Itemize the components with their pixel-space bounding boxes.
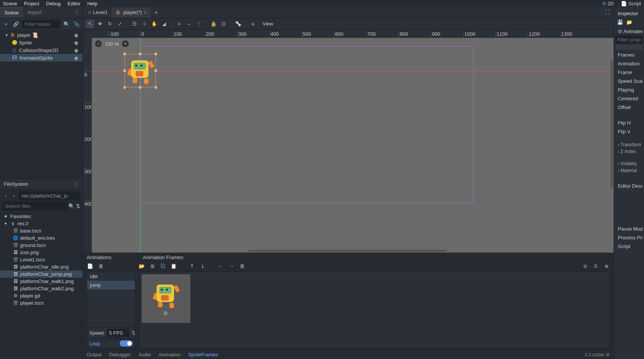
pan-tool-icon[interactable]: ✋ bbox=[150, 20, 158, 28]
speed-input[interactable] bbox=[107, 329, 129, 337]
process-priority[interactable]: Process Priority bbox=[616, 233, 642, 242]
handle-sw[interactable] bbox=[123, 86, 126, 89]
filesystem-menu[interactable]: ⋮ bbox=[74, 181, 79, 187]
group-visibility[interactable]: › Visibility bbox=[616, 160, 642, 167]
prop-playing[interactable]: Playing bbox=[616, 85, 642, 94]
speed-spinner-icon[interactable]: ⇅ bbox=[131, 330, 136, 336]
fs-forward-icon[interactable]: › bbox=[11, 193, 17, 199]
inspector-save-icon[interactable]: 💾 bbox=[617, 19, 623, 25]
move-tool-icon[interactable]: ✥ bbox=[96, 20, 104, 28]
visibility-icon[interactable]: ◉ bbox=[74, 32, 80, 38]
viewport[interactable]: -100010020030040050060070080090010001100… bbox=[83, 30, 614, 253]
handle-n[interactable] bbox=[139, 53, 142, 55]
search-icon[interactable]: 🔍 bbox=[63, 20, 70, 28]
handle-ne[interactable] bbox=[155, 53, 157, 55]
prop-frame[interactable]: Frame bbox=[616, 68, 642, 77]
fs-file-player-gd[interactable]: ⚙player.gd bbox=[0, 292, 82, 299]
vertical-scrollbar[interactable] bbox=[611, 60, 613, 188]
insert-after-icon[interactable]: ⤓ bbox=[199, 263, 206, 269]
add-tab-icon[interactable]: + bbox=[150, 9, 161, 16]
add-node-icon[interactable]: + bbox=[2, 20, 10, 28]
animation-idle[interactable]: idle bbox=[87, 272, 135, 281]
fs-search-icon[interactable]: 🔍 bbox=[68, 203, 74, 209]
expand-icon[interactable]: ⛶ bbox=[601, 9, 614, 15]
new-anim-icon[interactable]: 📄 bbox=[87, 263, 93, 269]
horizontal-scrollbar[interactable] bbox=[248, 250, 447, 252]
menu-project[interactable]: Project bbox=[24, 1, 39, 6]
anim-key-icon[interactable]: ◆ bbox=[249, 20, 257, 28]
visibility-icon[interactable]: ◉ bbox=[74, 55, 80, 61]
fs-file-icon-png[interactable]: 🖼icon.png bbox=[0, 249, 82, 256]
bottom-tab-debugger[interactable]: Debugger bbox=[109, 352, 131, 357]
tab-scene[interactable]: Scene bbox=[0, 7, 23, 18]
fs-file-platformchar_walk1-png[interactable]: 🖼platformChar_walk1.png bbox=[0, 278, 82, 285]
loop-toggle[interactable] bbox=[120, 340, 133, 346]
bone-icon[interactable]: 🦴 bbox=[234, 20, 242, 28]
handle-se[interactable] bbox=[155, 86, 157, 89]
zoom-in-frames-icon[interactable]: ⊕ bbox=[603, 263, 610, 269]
bottom-tab-spriteframes[interactable]: SpriteFrames bbox=[188, 352, 218, 357]
doc-tab-level1[interactable]: ○ Level1 bbox=[84, 8, 111, 17]
link-node-icon[interactable]: 🔗 bbox=[12, 20, 20, 28]
snap-menu-icon[interactable]: ⋮ bbox=[195, 20, 203, 28]
fs-file-platformchar_walk2-png[interactable]: 🖼platformChar_walk2.png bbox=[0, 285, 82, 292]
fs-path-input[interactable] bbox=[19, 191, 80, 200]
handle-nw[interactable] bbox=[123, 53, 126, 55]
group-z-index[interactable]: › Z Index bbox=[616, 148, 642, 155]
prop-frames[interactable]: Frames bbox=[616, 51, 642, 59]
menu-editor[interactable]: Editor bbox=[68, 1, 81, 6]
selection-box[interactable] bbox=[125, 54, 156, 87]
load-frame-icon[interactable]: 📂 bbox=[138, 263, 145, 269]
visibility-icon[interactable]: ◉ bbox=[74, 47, 80, 53]
tab-import[interactable]: Import bbox=[23, 7, 46, 17]
lock-icon[interactable]: 🔒 bbox=[209, 20, 218, 28]
tree-node-player[interactable]: ▾⛹player📜◉ bbox=[0, 31, 82, 39]
prop-flip-v[interactable]: Flip V bbox=[616, 127, 642, 136]
group-material[interactable]: › Material bbox=[616, 167, 642, 174]
fs-file-base-tscn[interactable]: 🎬base.tscn bbox=[0, 227, 82, 234]
fs-favorites[interactable]: ★ Favorites: bbox=[0, 213, 82, 220]
script-icon[interactable]: 📜 bbox=[32, 32, 38, 38]
rotate-tool-icon[interactable]: ↻ bbox=[106, 20, 114, 28]
move-left-icon[interactable]: ← bbox=[217, 263, 224, 269]
list-tool-icon[interactable]: ☰ bbox=[130, 20, 139, 28]
handle-w[interactable] bbox=[123, 70, 126, 72]
zoom-reset-frames-icon[interactable]: ① bbox=[592, 263, 599, 269]
snap-tool-icon[interactable]: ⌗ bbox=[175, 20, 183, 28]
canvas[interactable]: − 100 % + bbox=[92, 38, 614, 253]
fs-file-platformchar_jump-png[interactable]: 🖼platformChar_jump.png bbox=[0, 270, 82, 278]
fs-sort-icon[interactable]: ⇅ bbox=[76, 203, 80, 209]
prop-animation[interactable]: Animation bbox=[616, 59, 642, 68]
fs-file-level1-tscn[interactable]: 🎬Level1.tscn bbox=[0, 256, 82, 263]
menu-help[interactable]: Help bbox=[87, 1, 98, 6]
fs-file-default_env-tres[interactable]: 🌐default_env.tres bbox=[0, 234, 82, 242]
move-right-icon[interactable]: → bbox=[228, 263, 235, 269]
prop-speed-scale[interactable]: Speed Scale bbox=[616, 77, 642, 85]
fs-search-input[interactable] bbox=[2, 202, 67, 210]
frame-0[interactable]: 0: bbox=[142, 274, 190, 323]
handle-s[interactable] bbox=[139, 86, 142, 89]
tree-node-animatedsprite[interactable]: 🎞AnimatedSprite◉ bbox=[0, 54, 82, 62]
fs-root[interactable]: ▾ ▮ res:// bbox=[0, 220, 82, 227]
grid-frame-icon[interactable]: ⊞ bbox=[149, 263, 156, 269]
select-tool-icon[interactable]: ↖ bbox=[86, 20, 94, 28]
bottom-tab-animation[interactable]: Animation bbox=[158, 352, 180, 357]
handle-e[interactable] bbox=[155, 70, 157, 72]
group-icon[interactable]: ⊡ bbox=[219, 20, 228, 28]
frames-area[interactable]: 0: bbox=[139, 272, 610, 348]
tree-node-collisionshape2d[interactable]: ◻CollisionShape2D◉ bbox=[0, 46, 82, 54]
fs-file-player-tscn[interactable]: 🎬player.tscn bbox=[0, 299, 82, 307]
filter-nodes-input[interactable] bbox=[22, 20, 60, 28]
script-attach-icon[interactable]: 📎 bbox=[73, 20, 80, 28]
bottom-tab-output[interactable]: Output bbox=[87, 352, 101, 357]
paste-frame-icon[interactable]: 📋 bbox=[170, 263, 177, 269]
inspector-node[interactable]: ⚙ AnimatedSprite bbox=[616, 27, 642, 36]
group-transform[interactable]: › Transform bbox=[616, 141, 642, 148]
snap-config-icon[interactable]: ⫠ bbox=[185, 20, 193, 28]
tree-node-sprite[interactable]: 🙂Sprite◉ bbox=[0, 39, 82, 46]
prop-offset[interactable]: Offset bbox=[616, 103, 642, 112]
doc-tab-player[interactable]: ⛹ player(*) × bbox=[111, 8, 150, 17]
pause-mode[interactable]: Pause Mode bbox=[616, 225, 642, 233]
animation-jump[interactable]: jump bbox=[87, 281, 135, 289]
zoom-out-frames-icon[interactable]: ⊖ bbox=[582, 263, 589, 269]
